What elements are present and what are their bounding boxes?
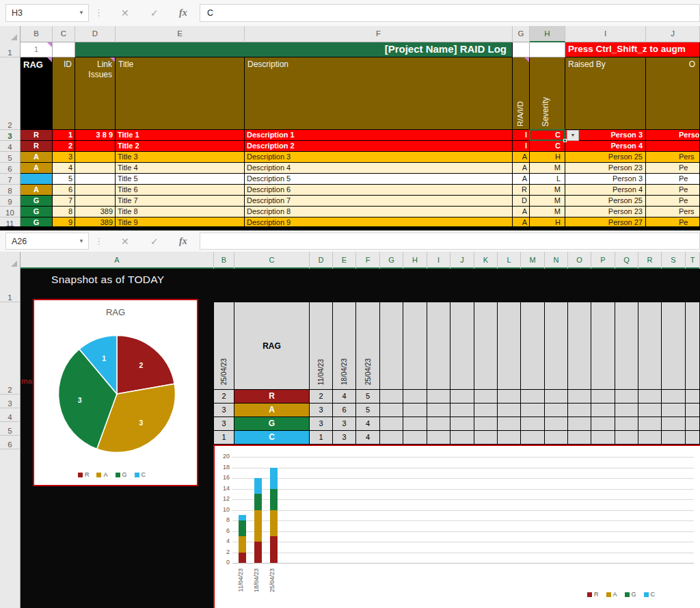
name-box-dropdown-icon[interactable]: ▼ xyxy=(79,5,84,21)
table-empty-cell[interactable] xyxy=(403,404,427,417)
column-header-M[interactable]: M xyxy=(521,252,545,269)
table-empty-cell[interactable] xyxy=(615,417,638,431)
cell-raid-type[interactable]: A xyxy=(513,174,530,185)
table-rag-label[interactable]: G xyxy=(234,417,310,431)
cell-id[interactable]: 9 xyxy=(53,217,75,226)
column-header-J[interactable]: J xyxy=(450,252,474,269)
cell-owner[interactable] xyxy=(646,141,700,152)
column-header-T[interactable]: T xyxy=(686,252,700,269)
cell-title[interactable]: Title 1 xyxy=(116,130,245,141)
table-column-header[interactable]: 25/04/23 xyxy=(356,302,380,390)
cell-B1[interactable]: 1 xyxy=(21,42,53,57)
table-empty-header[interactable] xyxy=(380,302,403,390)
table-rag-label[interactable]: R xyxy=(234,390,310,404)
cell-id[interactable]: 4 xyxy=(53,163,75,174)
table-empty-cell[interactable] xyxy=(686,431,700,445)
cell-raid-type[interactable]: I xyxy=(513,141,530,152)
cell-description[interactable]: Description 3 xyxy=(245,152,513,163)
header-link-issues[interactable]: Link Issues xyxy=(75,57,116,130)
row-header-1[interactable]: 1 xyxy=(0,269,21,302)
name-box-dropdown-icon[interactable]: ▼ xyxy=(79,233,84,250)
cancel-icon[interactable]: ✕ xyxy=(121,4,129,22)
name-box[interactable]: H3 ▼ xyxy=(5,4,89,22)
table-empty-cell[interactable] xyxy=(498,417,521,431)
table-empty-header[interactable] xyxy=(615,302,638,390)
table-empty-header[interactable] xyxy=(638,302,662,390)
header-title[interactable]: Title xyxy=(116,57,245,130)
column-header-S[interactable]: S xyxy=(662,252,686,269)
table-empty-cell[interactable] xyxy=(686,404,700,417)
table-empty-cell[interactable] xyxy=(686,417,700,431)
cell-raid-type[interactable]: A xyxy=(513,207,530,217)
table-empty-cell[interactable] xyxy=(450,417,474,431)
cell-severity[interactable]: M xyxy=(530,207,565,217)
table-empty-cell[interactable] xyxy=(498,431,521,445)
table-empty-cell[interactable] xyxy=(662,404,686,417)
column-header-F[interactable]: F xyxy=(356,252,380,269)
data-validation-dropdown[interactable]: ▼ xyxy=(567,130,579,141)
table-empty-cell[interactable] xyxy=(427,417,450,431)
table-empty-cell[interactable] xyxy=(662,417,686,431)
cell-owner[interactable]: Pe xyxy=(646,174,700,185)
column-header-E[interactable]: E xyxy=(333,252,356,269)
cell-owner[interactable]: Pe xyxy=(646,196,700,207)
table-empty-header[interactable] xyxy=(591,302,615,390)
table-empty-cell[interactable] xyxy=(568,417,591,431)
select-all-corner[interactable] xyxy=(0,252,21,269)
row-header-7[interactable]: 7 xyxy=(0,174,21,185)
table-header-rag[interactable]: RAG xyxy=(234,302,310,390)
table-empty-header[interactable] xyxy=(662,302,686,390)
cell-rag[interactable]: G xyxy=(21,207,53,217)
table-empty-header[interactable] xyxy=(474,302,498,390)
cell-title[interactable]: Title 7 xyxy=(116,196,245,207)
cell-severity[interactable]: M xyxy=(530,196,565,207)
enter-icon[interactable]: ✓ xyxy=(150,4,159,22)
cell-raid-type[interactable]: R xyxy=(513,185,530,196)
table-empty-cell[interactable] xyxy=(474,404,498,417)
table-empty-header[interactable] xyxy=(521,302,545,390)
cell-link[interactable] xyxy=(75,185,116,196)
cell-description[interactable]: Description 5 xyxy=(245,174,513,185)
table-empty-header[interactable] xyxy=(427,302,450,390)
table-empty-cell[interactable] xyxy=(450,390,474,404)
column-header-D[interactable]: D xyxy=(310,252,333,269)
cell-raised-by[interactable]: Person 27 xyxy=(565,217,646,226)
table-value[interactable]: 3 xyxy=(333,417,356,431)
cell-id[interactable]: 1 xyxy=(53,130,75,141)
table-empty-cell[interactable] xyxy=(498,390,521,404)
table-empty-cell[interactable] xyxy=(403,431,427,445)
table-empty-cell[interactable] xyxy=(568,404,591,417)
column-header-L[interactable]: L xyxy=(498,252,521,269)
cell-description[interactable]: Description 6 xyxy=(245,185,513,196)
column-header-F[interactable]: F xyxy=(245,26,513,42)
table-value[interactable]: 3 xyxy=(310,417,333,431)
header-raised-by[interactable]: Raised By xyxy=(565,57,646,130)
row-header-2[interactable]: 2 xyxy=(0,381,21,395)
table-empty-cell[interactable] xyxy=(615,390,638,404)
cell-owner[interactable]: Perso xyxy=(646,130,700,141)
table-empty-cell[interactable] xyxy=(521,417,545,431)
row-header-4[interactable]: 4 xyxy=(0,141,21,152)
cell-title[interactable]: Title 2 xyxy=(116,141,245,152)
header-description[interactable]: Description xyxy=(245,57,513,130)
select-all-corner[interactable] xyxy=(0,26,21,42)
table-empty-header[interactable] xyxy=(545,302,568,390)
table-empty-cell[interactable] xyxy=(615,404,638,417)
cell-G1[interactable] xyxy=(513,42,530,57)
cell-link[interactable] xyxy=(75,163,116,174)
table-empty-header[interactable] xyxy=(403,302,427,390)
cell-rag[interactable]: R xyxy=(21,141,53,152)
cell-link[interactable]: 3 8 9 xyxy=(75,130,116,141)
cell-H1[interactable] xyxy=(530,42,565,57)
cell-raised-by[interactable]: Person 25 xyxy=(565,152,646,163)
cell-severity[interactable]: C xyxy=(530,141,565,152)
cell-raised-by[interactable]: Person 3 xyxy=(565,174,646,185)
table-value[interactable]: 6 xyxy=(333,404,356,417)
table-empty-cell[interactable] xyxy=(521,431,545,445)
cell-description[interactable]: Description 4 xyxy=(245,163,513,174)
cell-rag[interactable]: R xyxy=(21,130,53,141)
table-empty-cell[interactable] xyxy=(638,431,662,445)
table-rag-label[interactable]: A xyxy=(234,404,310,417)
header-severity[interactable]: Severity xyxy=(530,57,565,130)
column-header-A[interactable]: A xyxy=(21,252,214,269)
